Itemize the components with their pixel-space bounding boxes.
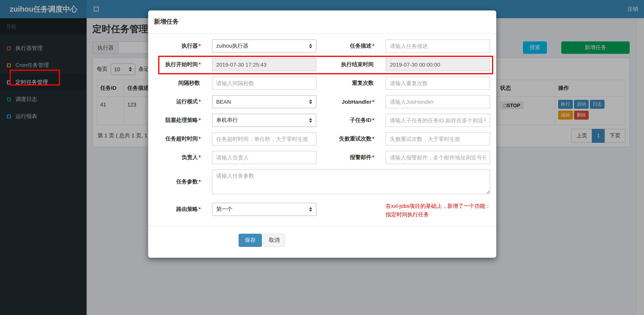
form-row-route-strategy: 路由策略* 第一个 在xxl-jobs项目的基础上，新增了一个功能： 指定时间执… <box>156 200 490 219</box>
form-row-runmode-handler: 运行模式* BEAN JobHandler* <box>156 95 490 108</box>
interval-input[interactable] <box>212 77 316 90</box>
select-arrows-icon <box>309 118 312 123</box>
feature-note: 在xxl-jobs项目的基础上，新增了一个功能： 指定时间执行任务 <box>386 202 490 219</box>
modal-header: 新增任务 <box>148 11 496 34</box>
select-arrows-icon <box>309 44 312 48</box>
owner-label: 负责人* <box>156 154 201 161</box>
timeout-input[interactable] <box>212 132 316 146</box>
repeat-count-label: 重复次数 <box>328 80 374 87</box>
start-time-input[interactable] <box>212 58 316 71</box>
form-row-owner-email: 负责人* 报警邮件* <box>156 151 490 164</box>
run-mode-label: 运行模式* <box>156 98 201 105</box>
job-desc-label: 任务描述* <box>328 43 374 50</box>
block-strategy-select[interactable]: 单机串行 <box>212 114 316 127</box>
owner-input[interactable] <box>212 151 316 164</box>
job-handler-input[interactable] <box>386 95 490 108</box>
run-mode-select-value: BEAN <box>216 99 231 105</box>
end-time-input[interactable] <box>386 58 490 71</box>
interval-label: 间隔秒数 <box>156 80 201 87</box>
block-strategy-select-value: 单机串行 <box>216 117 238 124</box>
job-param-textarea[interactable] <box>212 169 490 194</box>
executor-select[interactable]: zuihou执行器 <box>212 40 316 53</box>
executor-label: 执行器* <box>156 43 201 50</box>
select-arrows-icon <box>309 99 312 104</box>
timeout-label: 任务超时时间* <box>156 135 201 142</box>
form-row-interval-repeat: 间隔秒数 重复次数 <box>156 77 490 90</box>
repeat-count-input[interactable] <box>386 77 490 90</box>
executor-select-value: zuihou执行器 <box>216 43 248 50</box>
route-strategy-select-value: 第一个 <box>216 206 232 213</box>
cancel-button[interactable]: 取消 <box>264 234 285 247</box>
run-mode-select[interactable]: BEAN <box>212 95 316 108</box>
feature-note-line2: 指定时间执行任务 <box>386 210 490 219</box>
form-row-start-end-time: 执行开始时间* 执行结束时间 <box>156 58 490 71</box>
modal-footer: 保存 取消 <box>156 226 490 258</box>
alarm-email-input[interactable] <box>386 151 490 164</box>
route-strategy-label: 路由策略* <box>156 206 201 213</box>
modal-title: 新增任务 <box>154 18 179 26</box>
fail-retry-input[interactable] <box>386 132 490 146</box>
app-root: zuihou任务调度中心 注销 导航 执行器管理 Cron任务管理 定时任务管理 <box>0 0 644 315</box>
alarm-email-label: 报警邮件* <box>328 154 374 161</box>
modal-body: 执行器* zuihou执行器 任务描述* 执行开始时间* 执行结束时间 间隔秒数… <box>148 34 496 258</box>
job-desc-input[interactable] <box>386 40 490 53</box>
feature-note-line1: 在xxl-jobs项目的基础上，新增了一个功能： <box>386 202 490 210</box>
start-time-label: 执行开始时间* <box>156 61 201 68</box>
form-row-block-childjob: 阻塞处理策略* 单机串行 子任务ID* <box>156 114 490 127</box>
fail-retry-label: 失败重试次数* <box>328 135 374 142</box>
form-row-executor-desc: 执行器* zuihou执行器 任务描述* <box>156 40 490 53</box>
select-arrows-icon <box>309 207 312 212</box>
route-strategy-select[interactable]: 第一个 <box>212 203 316 216</box>
child-job-label: 子任务ID* <box>328 117 374 124</box>
block-strategy-label: 阻塞处理策略* <box>156 117 201 124</box>
end-time-label: 执行结束时间 <box>328 61 374 68</box>
add-job-modal: 新增任务 执行器* zuihou执行器 任务描述* 执行开始时间* 执行结束时间 <box>148 11 496 258</box>
job-param-label: 任务参数* <box>156 178 201 185</box>
save-button[interactable]: 保存 <box>239 234 262 247</box>
form-row-job-param: 任务参数* <box>156 169 490 194</box>
job-handler-label: JobHandler* <box>328 99 374 105</box>
child-job-input[interactable] <box>386 114 490 127</box>
form-row-timeout-retry: 任务超时时间* 失败重试次数* <box>156 132 490 146</box>
